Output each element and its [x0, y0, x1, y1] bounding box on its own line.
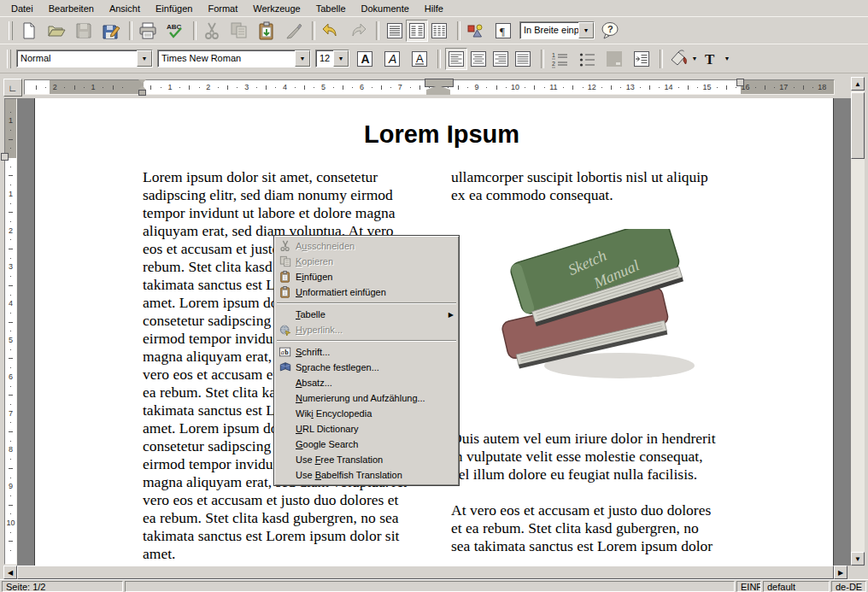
- align-justify-button[interactable]: [512, 48, 534, 70]
- align-right-button[interactable]: [490, 48, 512, 70]
- menubar-item-ansicht[interactable]: Ansicht: [102, 2, 148, 15]
- ruler-tick: [496, 85, 497, 90]
- numbered-list-button[interactable]: 12: [548, 48, 571, 70]
- context-menu-item-use-free-translation[interactable]: Use Free Translation: [275, 452, 458, 467]
- books-image[interactable]: Sketch Manual: [491, 229, 701, 399]
- tab-selector-button[interactable]: ∟: [3, 79, 22, 97]
- ruler-tick: [295, 87, 296, 88]
- one-column-icon: [385, 21, 404, 40]
- underline-button[interactable]: A: [408, 48, 431, 70]
- help-button[interactable]: ?: [599, 20, 621, 42]
- scroll-up-button[interactable]: ▲: [851, 77, 865, 91]
- ruler-tick: [544, 87, 545, 88]
- scroll-down-button[interactable]: ▼: [851, 552, 865, 566]
- highlight-color-dropdown[interactable]: ▼: [689, 48, 700, 70]
- ruler-tick: [486, 87, 487, 88]
- style-select[interactable]: Normal ▼: [16, 50, 153, 67]
- chevron-down-icon[interactable]: ▼: [333, 50, 349, 67]
- chevron-down-icon[interactable]: ▼: [295, 50, 310, 67]
- context-menu-item-einf-gen[interactable]: Einfügen: [275, 269, 458, 284]
- ruler-tick: [467, 87, 468, 88]
- spell-check-button[interactable]: ABC: [164, 20, 186, 42]
- insert-image-button[interactable]: [465, 20, 487, 42]
- horizontal-scrollbar[interactable]: ◀ ▶: [3, 566, 847, 579]
- menubar-item-tabelle[interactable]: Tabelle: [308, 2, 354, 15]
- font-size-select[interactable]: 12 ▼: [315, 50, 349, 67]
- ruler-number: 1: [9, 116, 13, 125]
- menubar-item-hilfe[interactable]: Hilfe: [417, 2, 451, 15]
- toolbar-separator: [457, 21, 460, 40]
- context-menu-item-tabelle[interactable]: Tabelle▶: [275, 307, 458, 322]
- undo-button[interactable]: [320, 20, 342, 42]
- ruler-tick: [812, 87, 813, 88]
- indent-more-button[interactable]: [630, 48, 653, 70]
- ruler-margin-area: [5, 99, 16, 158]
- context-menu-item-wiki-encyclopedia[interactable]: Wiki Encyclopedia: [275, 406, 458, 421]
- align-center-button[interactable]: [467, 48, 490, 70]
- right-indent-marker[interactable]: [736, 79, 744, 86]
- status-insert-mode[interactable]: EINFG: [736, 581, 761, 592]
- cut-button[interactable]: [201, 20, 223, 42]
- status-language[interactable]: de-DE: [831, 581, 866, 592]
- indent-less-button[interactable]: [603, 48, 625, 70]
- context-menu-item-url-dictionary[interactable]: URL Dictionary: [275, 421, 458, 437]
- save-button[interactable]: [73, 20, 95, 42]
- vertical-scrollbar[interactable]: ▲ ▼: [851, 77, 865, 566]
- menubar-item-einf-gen[interactable]: Einfügen: [148, 2, 200, 15]
- save-icon: [74, 21, 93, 40]
- zoom-select[interactable]: In Breite einpassen ▼: [519, 21, 595, 39]
- save-as-button[interactable]: [100, 20, 122, 42]
- context-menu-item-schrift[interactable]: abSchrift...: [275, 344, 458, 360]
- ruler-tick: [381, 85, 382, 90]
- scroll-left-button[interactable]: ◀: [3, 566, 17, 579]
- menubar-item-werkzeuge[interactable]: Werkzeuge: [245, 2, 308, 15]
- context-menu-item-unformatiert-einf-gen[interactable]: Unformatiert einfügen: [275, 284, 458, 300]
- context-menu-item-absatz[interactable]: Absatz...: [275, 375, 458, 390]
- font-color-button[interactable]: T: [700, 48, 722, 70]
- chevron-down-icon[interactable]: ▼: [137, 50, 152, 67]
- new-document-button[interactable]: [18, 20, 40, 42]
- toolbar-grip[interactable]: [7, 50, 11, 68]
- menubar-item-datei[interactable]: Datei: [3, 2, 41, 15]
- bold-button[interactable]: A: [354, 48, 376, 70]
- paste-icon: [257, 21, 276, 40]
- copy-button[interactable]: [228, 20, 250, 42]
- italic-button[interactable]: A: [381, 48, 403, 70]
- left-indent-handle[interactable]: [138, 90, 146, 96]
- ruler-tick: [390, 87, 391, 88]
- highlight-color-button[interactable]: [667, 48, 689, 70]
- context-menu-item-google-search[interactable]: Google Search: [275, 437, 458, 452]
- three-columns-button[interactable]: [428, 20, 450, 42]
- toolbar-grip[interactable]: [9, 21, 13, 40]
- open-button[interactable]: [45, 20, 67, 42]
- context-menu-item-sprache-festlegen[interactable]: Sprache festlegen...: [275, 360, 458, 375]
- hyperlink-icon: [275, 324, 296, 336]
- horizontal-scroll-thumb[interactable]: [17, 566, 834, 579]
- ruler-number: 4: [9, 299, 13, 308]
- vertical-scroll-thumb[interactable]: [851, 92, 865, 159]
- paste-button[interactable]: [255, 20, 278, 42]
- vertical-ruler[interactable]: 112345678910: [4, 98, 17, 565]
- menubar-item-bearbeiten[interactable]: Bearbeiten: [41, 2, 102, 15]
- context-menu-item-numerierung-und-aufz-hlung[interactable]: Numerierung und Aufzählung...: [275, 390, 458, 406]
- undo-icon: [321, 21, 340, 40]
- one-column-button[interactable]: [384, 20, 406, 42]
- scroll-right-button[interactable]: ▶: [834, 566, 847, 579]
- text-line: tempor invidunt ut labore et dolore magn…: [143, 204, 412, 222]
- ruler-tick: [755, 87, 756, 88]
- menubar-item-format[interactable]: Format: [200, 2, 245, 15]
- context-menu-item-use-babelfish-translation[interactable]: Use Babelfish Translation: [275, 467, 458, 483]
- align-left-button[interactable]: [445, 48, 467, 70]
- format-painter-button[interactable]: [283, 20, 305, 42]
- menubar-item-dokumente[interactable]: Dokumente: [354, 2, 417, 15]
- redo-button[interactable]: [347, 20, 369, 42]
- context-menu-item-label: Kopieren: [296, 256, 458, 267]
- chevron-down-icon[interactable]: ▼: [578, 22, 594, 38]
- font-select[interactable]: Times New Roman ▼: [157, 50, 311, 67]
- top-margin-marker[interactable]: [1, 153, 9, 161]
- print-button[interactable]: [137, 20, 159, 42]
- two-columns-button[interactable]: [406, 20, 428, 42]
- bullet-list-button[interactable]: [576, 48, 598, 70]
- show-formatting-button[interactable]: ¶: [492, 20, 514, 42]
- font-color-dropdown[interactable]: ▼: [722, 48, 732, 70]
